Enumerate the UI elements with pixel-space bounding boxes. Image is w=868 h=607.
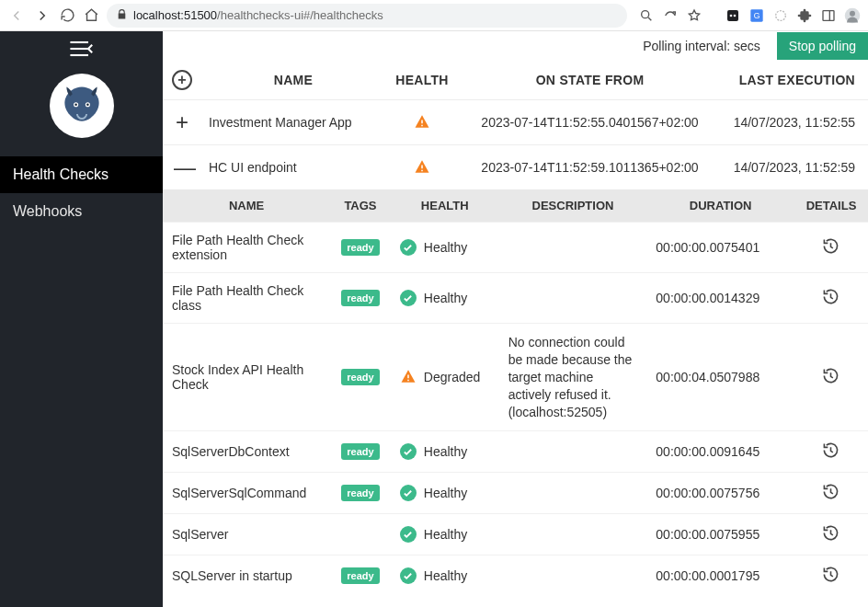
svg-rect-7 [823, 10, 834, 20]
col-header-lastexec: LAST EXECUTION [721, 61, 868, 100]
side-panel-icon[interactable] [820, 7, 837, 24]
warning-icon [414, 113, 430, 132]
translate-icon[interactable]: G [748, 7, 765, 24]
history-icon [822, 566, 839, 583]
zoom-icon[interactable] [638, 7, 655, 24]
tag-badge: ready [341, 567, 379, 584]
reload-icon[interactable] [59, 7, 75, 24]
detail-duration: 00:00:00.0075955 [646, 514, 794, 555]
history-icon [822, 524, 839, 542]
detail-history-button[interactable] [794, 514, 868, 555]
detail-health: Healthy [391, 473, 499, 514]
history-icon [822, 237, 839, 255]
svg-rect-1 [727, 10, 738, 21]
check-ok-icon [400, 443, 417, 460]
svg-rect-19 [421, 120, 423, 123]
detail-description [499, 473, 647, 514]
check-ok-icon [400, 567, 417, 584]
detail-history-button[interactable] [794, 273, 868, 324]
extension-icon[interactable] [725, 7, 741, 24]
svg-point-3 [734, 14, 737, 17]
detail-col-tags: TAGS [330, 189, 391, 223]
detail-health: Healthy [391, 555, 499, 597]
svg-point-10 [850, 10, 855, 16]
group-health [385, 145, 459, 190]
detail-description: No connection could be made because the … [499, 324, 647, 431]
detail-tags: ready [330, 223, 391, 273]
detail-table: NAME TAGS HEALTH DESCRIPTION DURATION DE… [163, 189, 868, 596]
expand-toggle[interactable]: — [174, 155, 190, 180]
detail-name: SqlServerSqlCommand [163, 473, 330, 514]
share-icon[interactable] [662, 7, 679, 24]
svg-rect-22 [421, 169, 423, 171]
warning-icon [400, 368, 417, 387]
detail-row: Stock Index API Health CheckreadyDegrade… [163, 324, 868, 431]
sidebar-item-webhooks[interactable]: Webhooks [0, 193, 163, 230]
col-header-health: HEALTH [385, 61, 459, 100]
detail-health: Degraded [391, 324, 499, 431]
detail-tags: ready [330, 431, 391, 473]
detail-history-button[interactable] [794, 555, 868, 597]
check-ok-icon [400, 290, 417, 306]
detail-history-button[interactable] [794, 223, 868, 273]
check-ok-icon [400, 526, 417, 543]
polling-interval-label: Polling interval: secs [643, 39, 760, 53]
home-icon[interactable] [83, 7, 99, 24]
detail-history-button[interactable] [794, 431, 868, 473]
detail-col-duration: DURATION [646, 189, 794, 223]
group-onstate: 2023-07-14T11:52:55.0401567+02:00 [459, 100, 721, 145]
detail-name: File Path Health Check class [163, 273, 330, 324]
extensions-puzzle-icon[interactable] [796, 7, 813, 24]
tag-badge: ready [341, 239, 379, 256]
group-name: HC UI endpoint [201, 145, 385, 190]
expand-all-button[interactable]: + [172, 70, 192, 90]
detail-duration: 00:00:00.0091645 [646, 431, 794, 473]
browser-right-icons: G [634, 7, 861, 24]
detail-name: SqlServer [163, 514, 330, 555]
svg-point-18 [86, 103, 89, 106]
sidebar: Health ChecksWebhooks [0, 31, 163, 607]
nav-forward-button[interactable] [33, 6, 51, 25]
detail-row: File Path Health Check classreadyHealthy… [163, 273, 868, 324]
profile-avatar-icon[interactable] [844, 7, 861, 24]
svg-rect-24 [407, 379, 409, 381]
detail-description [499, 555, 647, 597]
svg-rect-23 [407, 374, 409, 378]
star-icon[interactable] [686, 7, 702, 24]
detail-history-button[interactable] [794, 473, 868, 514]
group-row: +Investment Manager App2023-07-14T11:52:… [163, 100, 868, 145]
extension-dim-icon[interactable] [772, 7, 789, 24]
detail-name: SqlServerDbContext [163, 431, 330, 473]
group-lastexec: 14/07/2023, 11:52:59 [721, 145, 868, 190]
detail-history-button[interactable] [794, 324, 868, 431]
group-health [385, 100, 459, 145]
sidebar-item-health-checks[interactable]: Health Checks [0, 156, 163, 193]
group-row: —HC UI endpoint2023-07-14T11:52:59.10113… [163, 145, 868, 190]
address-bar[interactable]: localhost:51500/healthchecks-ui#/healthc… [107, 4, 627, 28]
detail-duration: 00:00:00.0075756 [646, 473, 794, 514]
detail-description [499, 431, 647, 473]
svg-point-17 [74, 103, 77, 106]
tag-badge: ready [341, 485, 379, 501]
detail-name: SQLServer in startup [163, 555, 330, 597]
main-content: Polling interval: secs Stop polling + NA… [163, 31, 868, 607]
tag-badge: ready [341, 369, 379, 385]
detail-duration: 00:00:00.0001795 [646, 555, 794, 597]
expand-toggle[interactable]: + [174, 109, 190, 135]
tag-badge: ready [341, 443, 379, 460]
detail-duration: 00:00:00.0014329 [646, 273, 794, 324]
detail-tags: ready [330, 473, 391, 514]
history-icon [822, 288, 839, 305]
detail-row: File Path Health Check extensionreadyHea… [163, 223, 868, 273]
brand-avatar [50, 74, 114, 138]
history-icon [822, 483, 839, 500]
detail-description [499, 223, 647, 273]
group-name: Investment Manager App [201, 100, 385, 145]
check-ok-icon [400, 239, 417, 256]
detail-health: Healthy [391, 273, 499, 324]
detail-health: Healthy [391, 431, 499, 473]
stop-polling-button[interactable]: Stop polling [777, 32, 868, 60]
detail-duration: 00:00:00.0075401 [646, 223, 794, 273]
detail-tags [330, 514, 391, 555]
menu-toggle-icon[interactable] [0, 31, 163, 66]
